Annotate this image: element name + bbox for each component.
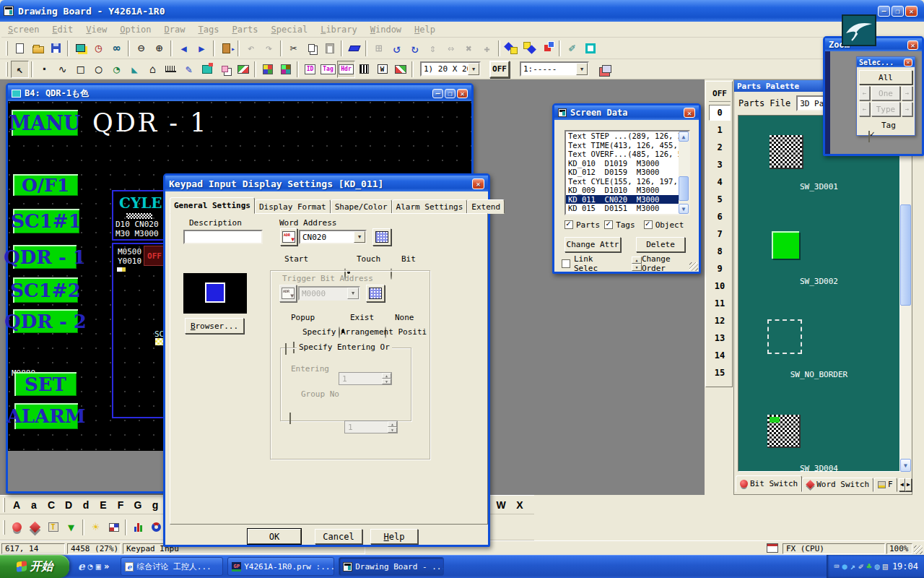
screen-copy-icon[interactable] xyxy=(71,40,90,57)
keypad-titlebar[interactable]: Keypad Input Display Settings [KD_011] ✕ xyxy=(165,176,488,191)
spread-vertical-icon[interactable]: ⇕ xyxy=(424,40,442,57)
picture-display-icon[interactable] xyxy=(391,61,409,78)
part-sw-3d004[interactable] xyxy=(767,415,801,448)
id-display-icon[interactable]: ID xyxy=(301,61,319,78)
letter-G-button[interactable]: G xyxy=(129,499,147,511)
save-icon[interactable] xyxy=(47,40,65,57)
eraser-icon[interactable] xyxy=(345,40,363,57)
w-display-icon[interactable]: W xyxy=(373,61,391,78)
dot-tool-icon[interactable]: · xyxy=(35,61,53,78)
grid-off-button[interactable]: OFF xyxy=(489,61,510,78)
tab-f[interactable]: F xyxy=(873,478,897,492)
letter-A-button[interactable]: A xyxy=(8,499,25,511)
part-sw-no-border[interactable] xyxy=(767,319,802,354)
image-tool-icon[interactable] xyxy=(234,61,252,78)
word-address-combo[interactable]: CN020▼ xyxy=(299,230,367,244)
redo-icon[interactable]: ↷ xyxy=(260,40,278,57)
select-palette-close-button[interactable]: ✕ xyxy=(904,59,912,66)
arrow-part-icon[interactable]: ▼ xyxy=(62,519,80,536)
polygon-tool-icon[interactable]: ⌂ xyxy=(144,61,162,78)
list-item[interactable]: Text CYLE(155, 126, 197, xyxy=(566,177,689,186)
list-scroll-down-icon[interactable]: ▼ xyxy=(679,204,689,214)
exit-icon[interactable] xyxy=(217,40,235,57)
tab-alarm-settings[interactable]: Alarm Settings xyxy=(392,199,468,214)
part-sw-3d002[interactable] xyxy=(772,231,799,259)
tag-checkbox[interactable] xyxy=(868,131,870,142)
quicklaunch-msn-icon[interactable]: ◔ xyxy=(88,561,93,571)
copy-icon[interactable] xyxy=(302,40,321,57)
letter-D-button[interactable]: D xyxy=(60,499,77,511)
trigger-address-combo[interactable]: M0000▼ xyxy=(298,286,360,301)
type-button[interactable]: Type xyxy=(871,102,900,116)
menu-option[interactable]: Option xyxy=(113,25,157,35)
overlap-combo[interactable]: 1:-----▼ xyxy=(520,61,589,77)
align-icon[interactable]: ⊞ xyxy=(370,40,388,57)
layer-2-button[interactable]: 2 xyxy=(709,139,731,155)
rotate-cw-icon[interactable]: ↻ xyxy=(406,40,424,57)
entering-checkbox[interactable] xyxy=(285,343,287,355)
layer-15-button[interactable]: 15 xyxy=(709,365,731,381)
layer-0-button[interactable]: 0 xyxy=(709,105,731,121)
object-checkbox[interactable] xyxy=(644,220,653,229)
tab-word-switch[interactable]: Word Switch xyxy=(802,478,873,492)
layer-12-button[interactable]: 12 xyxy=(709,313,731,329)
layer-11-button[interactable]: 11 xyxy=(709,296,731,311)
bring-front-icon[interactable] xyxy=(502,40,520,57)
screen-window-titlebar[interactable]: B4: QDR-1も色 — ❐ ✕ xyxy=(8,85,471,101)
multi-copy-icon[interactable] xyxy=(258,61,276,78)
list-scroll-up-icon[interactable]: ▲ xyxy=(679,131,689,142)
menu-tags[interactable]: Tags xyxy=(191,25,225,35)
description-input[interactable] xyxy=(183,230,263,244)
tab-general-settings[interactable]: General Settings xyxy=(170,197,255,214)
scale-tool-icon[interactable] xyxy=(162,61,180,78)
timer-part-icon[interactable]: T xyxy=(44,519,62,536)
tag-display-icon[interactable]: Tag xyxy=(319,61,337,78)
list-item-selected[interactable]: KD_011 CN020 M3000 xyxy=(566,195,689,204)
resize-grip[interactable] xyxy=(914,545,923,554)
multi-lamp-part-icon[interactable] xyxy=(105,519,123,536)
new-screen-icon[interactable] xyxy=(11,40,29,57)
toolbar-grip4[interactable] xyxy=(3,520,5,535)
tabs-scroll-right[interactable]: ▶ xyxy=(905,478,912,491)
change-attr-button[interactable]: Change Attr xyxy=(565,237,621,252)
open-icon[interactable] xyxy=(29,40,47,57)
part-sw-3d001[interactable] xyxy=(770,135,803,169)
cancel-button[interactable]: Cancel xyxy=(315,529,362,544)
position-icon[interactable] xyxy=(539,40,557,57)
hmi-button-of1[interactable]: O/F1 xyxy=(13,174,78,196)
help-button[interactable]: Help xyxy=(370,529,418,544)
menu-special[interactable]: Special xyxy=(265,25,315,35)
send-back-icon[interactable] xyxy=(520,40,539,57)
menu-parts[interactable]: Parts xyxy=(225,25,264,35)
menu-help[interactable]: Help xyxy=(408,25,442,35)
letter-E-button[interactable]: E xyxy=(95,499,112,511)
list-item[interactable]: KD_012 D0159 M3000 xyxy=(566,168,689,177)
hmi-button-sc1-1[interactable]: SC1#1 xyxy=(13,209,79,233)
layer-9-button[interactable]: 9 xyxy=(709,261,731,277)
word-switch-part-icon[interactable] xyxy=(26,519,44,536)
delete-button[interactable]: Delete xyxy=(636,237,685,252)
letter-g-button[interactable]: g xyxy=(147,499,164,511)
layer-8-button[interactable]: 8 xyxy=(709,243,731,259)
list-item[interactable]: Text OVERF...(485, 126, 5 xyxy=(566,150,689,159)
next-screen-icon[interactable]: ▶ xyxy=(193,40,211,57)
list-item[interactable]: Text TIME(413, 126, 455, xyxy=(566,141,689,150)
draw-check-icon[interactable]: ✐ xyxy=(563,40,581,57)
menu-library[interactable]: Library xyxy=(314,25,364,35)
zoom-out-icon[interactable]: ⊖ xyxy=(132,40,150,57)
trigger-calculator-button[interactable] xyxy=(366,285,385,302)
keypad-close-button[interactable]: ✕ xyxy=(472,178,484,189)
change-order-spinner[interactable]: ▲▼ xyxy=(632,256,642,271)
alarm-clock-icon[interactable]: ◷ xyxy=(90,40,108,57)
marker-tool-icon[interactable]: ✎ xyxy=(180,61,198,78)
select-all-button[interactable]: All xyxy=(859,70,912,85)
tray-pen-icon[interactable]: ✐ xyxy=(858,561,863,571)
tray-stack-icon[interactable]: ▤ xyxy=(883,561,888,571)
cut-icon[interactable]: ✂ xyxy=(284,40,302,57)
letter-X-button[interactable]: X xyxy=(511,499,528,511)
parts-scrollbar[interactable]: ▲ ▼ xyxy=(900,115,911,472)
toolbar-grip2[interactable] xyxy=(6,62,8,77)
hmi-screen-title[interactable]: QDR - 1 xyxy=(92,108,208,137)
calculator-button[interactable] xyxy=(372,228,391,246)
frame-icon[interactable] xyxy=(581,40,599,57)
